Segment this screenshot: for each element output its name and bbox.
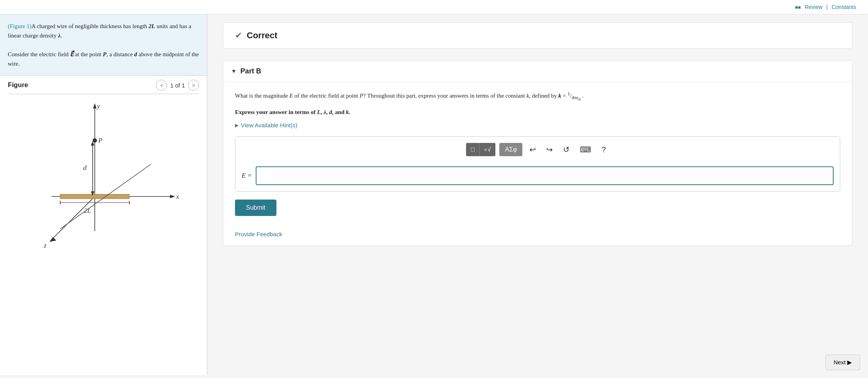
hint-arrow-icon: ▶ [235, 123, 239, 128]
right-panel: ✔ Correct ▼ Part B What is the magnitude… [207, 14, 868, 375]
part-b-body: What is the magnitude E of the electric … [223, 82, 852, 246]
constants-link[interactable]: Constants [832, 4, 856, 10]
figure-prev-button[interactable]: < [156, 80, 167, 91]
toolbar-btn-group: □ n√ [466, 143, 495, 156]
part-b-collapse-arrow: ▼ [231, 68, 237, 75]
next-button[interactable]: Next ▶ [825, 355, 860, 370]
review-link[interactable]: Review [805, 4, 823, 10]
equation-row: E = [242, 166, 834, 185]
svg-marker-4 [170, 195, 175, 198]
figure-svg: y x z 2L [8, 97, 199, 261]
figure-header: Figure < 1 of 1 > [8, 80, 199, 94]
separator: | [826, 4, 828, 10]
top-bar-links: ■■ Review | Constants [795, 4, 856, 10]
svg-text:z: z [43, 241, 47, 249]
svg-point-14 [93, 138, 97, 143]
hint-link-text: View Available Hint(s) [241, 122, 298, 128]
reset-button[interactable]: ↺ [560, 143, 573, 156]
part-b-question: What is the magnitude E of the electric … [235, 90, 840, 103]
figure-count: 1 of 1 [170, 82, 185, 89]
figure-section: Figure < 1 of 1 > y x [0, 76, 207, 375]
redo-button[interactable]: ↪ [543, 143, 556, 156]
svg-text:x: x [176, 193, 179, 200]
problem-text: (Figure 1)A charged wire of negligible t… [0, 14, 207, 76]
check-icon: ✔ [235, 30, 242, 41]
problem-text-content: A charged wire of negligible thickness h… [8, 23, 191, 39]
part-b-section: ▼ Part B What is the magnitude E of the … [223, 61, 852, 246]
correct-text: Correct [247, 30, 277, 41]
greek-button[interactable]: ΑΣφ [499, 143, 522, 156]
svg-text:P: P [98, 136, 102, 144]
top-bar: ■■ Review | Constants [0, 0, 868, 14]
express-answer-text: Express your answer in terms of L, λ, d,… [235, 109, 350, 115]
hint-link[interactable]: ▶ View Available Hint(s) [235, 122, 840, 128]
part-b-title: Part B [240, 67, 261, 75]
undo-button[interactable]: ↩ [526, 143, 539, 156]
math-input-area: □ n√ ΑΣφ ↩ ↪ ↺ ⌨ ? E = [235, 136, 840, 192]
equation-input[interactable] [256, 166, 834, 185]
matrix-button[interactable]: □ [466, 143, 480, 156]
problem-text-content2: Consider the electric field E⃗ at the po… [8, 51, 199, 67]
figure-nav: < 1 of 1 > [156, 80, 199, 91]
correct-banner: ✔ Correct [223, 22, 852, 49]
sqrt-button[interactable]: n√ [480, 143, 495, 156]
main-layout: (Figure 1)A charged wire of negligible t… [0, 14, 868, 375]
figure-title: Figure [8, 81, 28, 89]
express-answer-label: Express your answer in terms of L, λ, d,… [235, 109, 840, 116]
help-button[interactable]: ? [598, 144, 609, 156]
svg-marker-1 [93, 103, 97, 108]
svg-line-6 [52, 196, 95, 240]
keyboard-button[interactable]: ⌨ [577, 143, 594, 156]
svg-rect-9 [60, 194, 129, 199]
svg-marker-7 [49, 237, 56, 242]
svg-text:d: d [83, 164, 87, 171]
question-text: What is the magnitude E of the electric … [235, 93, 583, 99]
review-icon: ■■ [795, 5, 801, 10]
figure-canvas: y x z 2L [8, 97, 199, 261]
toolbar: □ n√ ΑΣφ ↩ ↪ ↺ ⌨ ? [242, 143, 834, 160]
feedback-link[interactable]: Provide Feedback [235, 231, 282, 237]
submit-button[interactable]: Submit [235, 200, 276, 216]
figure-link[interactable]: (Figure 1) [8, 23, 31, 29]
equation-label: E = [242, 172, 252, 180]
svg-text:y: y [96, 102, 100, 110]
left-panel: (Figure 1)A charged wire of negligible t… [0, 14, 207, 375]
figure-next-button[interactable]: > [188, 80, 199, 91]
part-b-header[interactable]: ▼ Part B [223, 61, 852, 82]
